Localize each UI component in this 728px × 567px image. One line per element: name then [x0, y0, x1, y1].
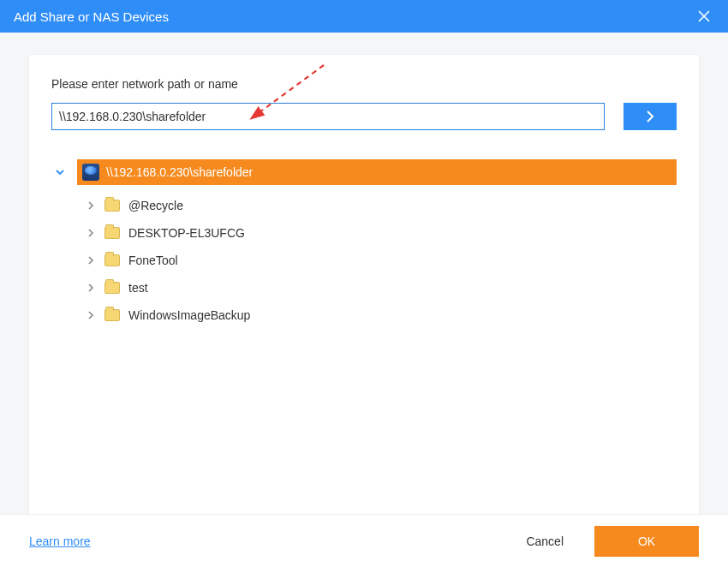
tree-root-row[interactable]: \\192.168.0.230\sharefolder: [51, 159, 677, 185]
cancel-button[interactable]: Cancel: [510, 528, 579, 555]
tree-item-expand-toggle[interactable]: [82, 229, 99, 237]
tree-item-label: WindowsImageBackup: [128, 308, 250, 322]
tree-item-label: FoneTool: [128, 254, 178, 267]
prompt-label: Please enter network path or name: [51, 77, 677, 91]
chevron-right-icon: [646, 110, 654, 122]
tree-item-expand-toggle[interactable]: [82, 201, 99, 210]
folder-icon: [104, 254, 120, 266]
tree-item[interactable]: FoneTool: [51, 247, 677, 274]
chevron-right-icon: [87, 284, 95, 292]
chevron-right-icon: [87, 201, 95, 210]
dialog-title: Add Share or NAS Devices: [14, 9, 169, 24]
tree-item[interactable]: DESKTOP-EL3UFCG: [51, 219, 677, 247]
network-share-icon: [82, 164, 99, 181]
chevron-right-icon: [87, 229, 95, 237]
tree-root-expand-toggle[interactable]: [51, 167, 69, 177]
tree-root[interactable]: \\192.168.0.230\sharefolder: [77, 159, 677, 185]
folder-icon: [104, 282, 120, 294]
ok-button[interactable]: OK: [594, 526, 699, 557]
learn-more-link[interactable]: Learn more: [29, 534, 91, 548]
tree-item[interactable]: WindowsImageBackup: [51, 301, 677, 329]
tree-item-expand-toggle[interactable]: [82, 284, 99, 292]
tree-item-label: @Recycle: [128, 199, 183, 212]
tree-item-expand-toggle[interactable]: [82, 256, 99, 265]
add-nas-dialog: Add Share or NAS Devices Please enter ne…: [0, 0, 728, 567]
titlebar: Add Share or NAS Devices: [0, 0, 728, 33]
folder-tree: \\192.168.0.230\sharefolder @Recycle: [51, 159, 677, 505]
tree-item-expand-toggle[interactable]: [82, 311, 99, 319]
content-area: Please enter network path or name \\192.…: [0, 33, 728, 514]
tree-root-label: \\192.168.0.230\sharefolder: [106, 165, 253, 179]
dialog-footer: Learn more Cancel OK: [0, 514, 728, 567]
go-button[interactable]: [624, 103, 677, 130]
tree-item-label: DESKTOP-EL3UFCG: [128, 226, 245, 240]
close-icon: [698, 10, 710, 22]
tree-item[interactable]: test: [51, 274, 677, 301]
chevron-down-icon: [55, 167, 65, 177]
close-button[interactable]: [692, 4, 716, 28]
network-path-input[interactable]: [51, 103, 605, 130]
main-panel: Please enter network path or name \\192.…: [29, 55, 699, 514]
chevron-right-icon: [87, 256, 95, 265]
tree-item-label: test: [128, 281, 148, 295]
tree-children: @Recycle DESKTOP-EL3UFCG: [51, 192, 677, 329]
folder-icon: [104, 309, 120, 321]
tree-item[interactable]: @Recycle: [51, 192, 677, 219]
folder-icon: [104, 227, 120, 239]
path-input-row: [51, 103, 677, 130]
folder-icon: [104, 200, 120, 212]
chevron-right-icon: [87, 311, 95, 319]
